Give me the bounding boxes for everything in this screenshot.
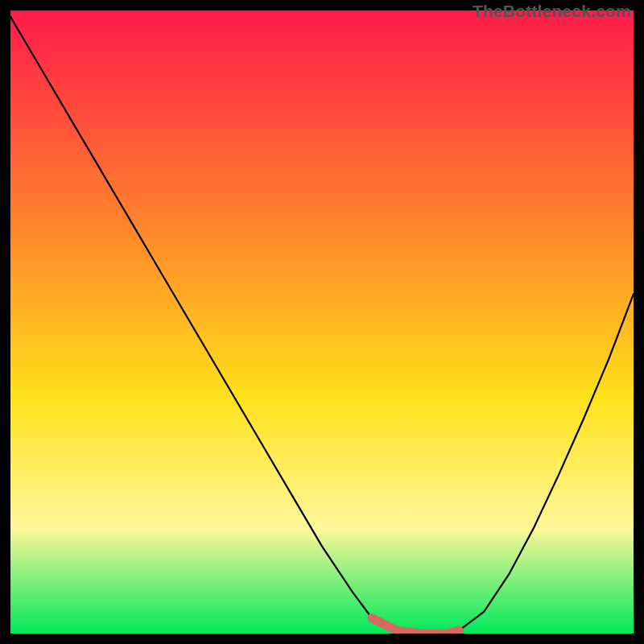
- bottleneck-chart: [10, 10, 634, 634]
- gradient-background: [10, 10, 634, 634]
- watermark-text: TheBottleneck.com: [473, 2, 631, 21]
- chart-frame: [10, 10, 634, 634]
